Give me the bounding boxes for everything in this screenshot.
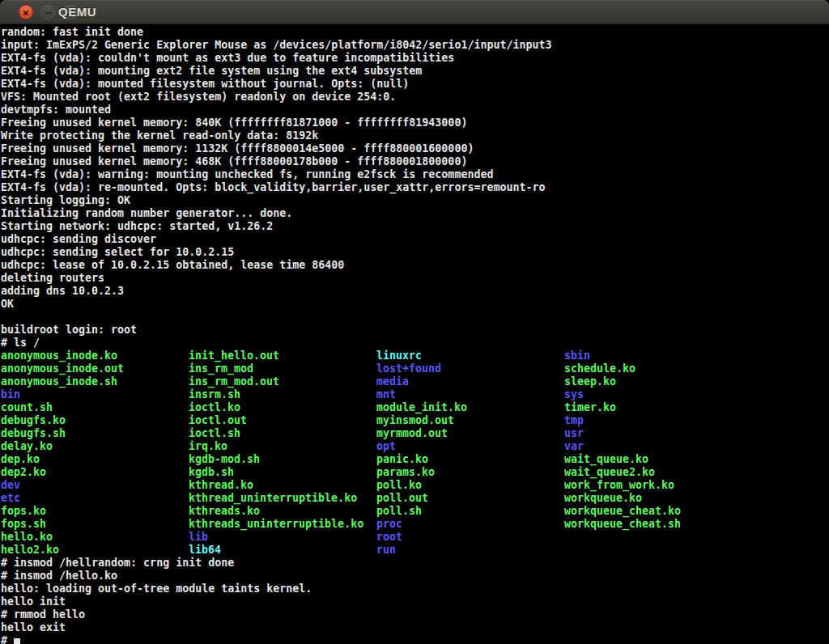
terminal-line: EXT4-fs (vda): re-mounted. Opts: block_v… (1, 181, 829, 194)
terminal-line: udhcpc: lease of 10.0.2.15 obtained, lea… (1, 259, 829, 272)
ls-entry: media (376, 375, 564, 388)
ls-entry: timer.ko (564, 401, 752, 414)
terminal-line: Write protecting the kernel read-only da… (1, 129, 829, 142)
ls-entry: init_hello.out (189, 350, 376, 362)
ls-entry: lost+found (376, 362, 564, 375)
ls-entry: tmp (564, 414, 752, 427)
ls-entry: fops.ko (1, 505, 189, 518)
minimize-button[interactable] (40, 5, 55, 19)
ls-entry: bin (1, 388, 189, 401)
ls-entry: lib64 (189, 544, 376, 557)
ls-entry: root (376, 531, 564, 544)
ls-entry: anonymous_inode.out (1, 362, 189, 375)
ls-entry: anonymous_inode.sh (1, 375, 189, 388)
ls-entry: fops.sh (1, 518, 189, 531)
terminal-line: hello exit (1, 621, 829, 634)
ls-entry: irq.ko (189, 440, 376, 453)
ls-entry: kthread_uninterruptible.ko (189, 492, 376, 505)
terminal-line: Freeing unused kernel memory: 1132K (fff… (1, 142, 829, 155)
ls-entry: count.sh (1, 401, 189, 414)
terminal-line: udhcpc: sending discover (1, 233, 829, 246)
ls-entry: sys (564, 388, 752, 401)
ls-entry: linuxrc (376, 350, 564, 362)
terminal-screen[interactable]: random: fast init doneinput: ImExPS/2 Ge… (0, 24, 829, 644)
ls-entry: ioctl.sh (189, 427, 376, 440)
terminal-line: Freeing unused kernel memory: 468K (ffff… (1, 155, 829, 168)
ls-entry: hello2.ko (1, 544, 189, 557)
ls-entry: lib (189, 531, 376, 544)
ls-entry: schedule.ko (564, 362, 752, 375)
ls-entry: mnt (376, 388, 564, 401)
window-title: QEMU (58, 0, 96, 24)
ls-entry: anonymous_inode.ko (1, 350, 189, 362)
ls-output: anonymous_inode.koinit_hello.outlinuxrcs… (1, 350, 829, 557)
ls-entry: dep2.ko (1, 466, 189, 479)
close-icon (19, 6, 32, 19)
ls-entry (564, 531, 752, 544)
ls-entry: panic.ko (376, 453, 564, 466)
ls-entry: sleep.ko (564, 375, 752, 388)
terminal-line: EXT4-fs (vda): mounting ext2 file system… (1, 65, 829, 78)
ls-entry: kthreads.ko (189, 505, 376, 518)
terminal-line: buildroot login: root (1, 324, 829, 337)
ls-entry: sbin (564, 350, 752, 362)
ls-entry: ioctl.ko (189, 401, 376, 414)
terminal-line: Initializing random number generator... … (1, 207, 829, 220)
terminal-line: OK (1, 298, 829, 311)
ls-entry: proc (376, 518, 564, 531)
ls-entry: kgdb-mod.sh (189, 453, 376, 466)
ls-entry: etc (1, 492, 189, 505)
terminal-line: input: ImExPS/2 Generic Explorer Mouse a… (1, 39, 829, 52)
terminal-line: # ls / (1, 337, 829, 350)
ls-entry: module_init.ko (376, 401, 564, 414)
ls-entry: kthread.ko (189, 479, 376, 492)
terminal-line: Starting network: udhcpc: started, v1.26… (1, 220, 829, 233)
ls-entry: ins_rm_mod (189, 362, 376, 375)
titlebar[interactable]: QEMU (0, 0, 829, 24)
terminal-line: # insmod /hellrandom: crng init done (1, 557, 829, 570)
ls-entry (564, 544, 752, 557)
terminal-line: hello init (1, 595, 829, 608)
terminal-line: udhcpc: sending select for 10.0.2.15 (1, 246, 829, 259)
ls-entry: myrmmod.out (376, 427, 564, 440)
ls-entry: usr (564, 427, 752, 440)
ls-entry: var (564, 440, 752, 453)
minimize-icon (41, 6, 54, 19)
terminal-line: # rmmod hello (1, 608, 829, 621)
ls-entry: workqueue_cheat.sh (564, 518, 752, 531)
terminal-line: adding dns 10.0.2.3 (1, 285, 829, 298)
ls-entry: ins_rm_mod.out (189, 375, 376, 388)
terminal-line: EXT4-fs (vda): mounted filesystem withou… (1, 78, 829, 91)
terminal-line: EXT4-fs (vda): warning: mounting uncheck… (1, 168, 829, 181)
ls-entry: hello.ko (1, 531, 189, 544)
terminal-line: VFS: Mounted root (ext2 filesystem) read… (1, 91, 829, 104)
close-button[interactable] (19, 5, 33, 19)
prompt-line: # (1, 634, 829, 644)
ls-entry: kthreads_uninterruptible.ko (189, 518, 376, 531)
ls-entry: ioctl.out (189, 414, 376, 427)
ls-entry: wait_queue2.ko (564, 466, 752, 479)
ls-entry: workqueue_cheat.ko (564, 505, 752, 518)
ls-entry: poll.out (376, 492, 564, 505)
terminal-line: Starting logging: OK (1, 194, 829, 207)
text-cursor (14, 638, 20, 644)
terminal-line: # insmod /hello.ko (1, 570, 829, 583)
terminal-line: deleting routers (1, 272, 829, 285)
terminal-line: devtmpfs: mounted (1, 104, 829, 117)
ls-entry: delay.ko (1, 440, 189, 453)
ls-entry: params.ko (376, 466, 564, 479)
shell-session: # insmod /hellrandom: crng init done# in… (1, 557, 829, 644)
ls-entry: debugfs.ko (1, 414, 189, 427)
ls-entry: run (376, 544, 564, 557)
terminal-line: Freeing unused kernel memory: 840K (ffff… (1, 117, 829, 129)
terminal-line: EXT4-fs (vda): couldn't mount as ext3 du… (1, 52, 829, 65)
terminal-line: hello: loading out-of-tree module taints… (1, 583, 829, 595)
ls-entry: dev (1, 479, 189, 492)
ls-entry: insrm.sh (189, 388, 376, 401)
ls-entry: poll.sh (376, 505, 564, 518)
ls-entry: poll.ko (376, 479, 564, 492)
terminal-line (1, 311, 829, 324)
ls-entry: myinsmod.out (376, 414, 564, 427)
ls-entry: kgdb.sh (189, 466, 376, 479)
ls-entry: dep.ko (1, 453, 189, 466)
